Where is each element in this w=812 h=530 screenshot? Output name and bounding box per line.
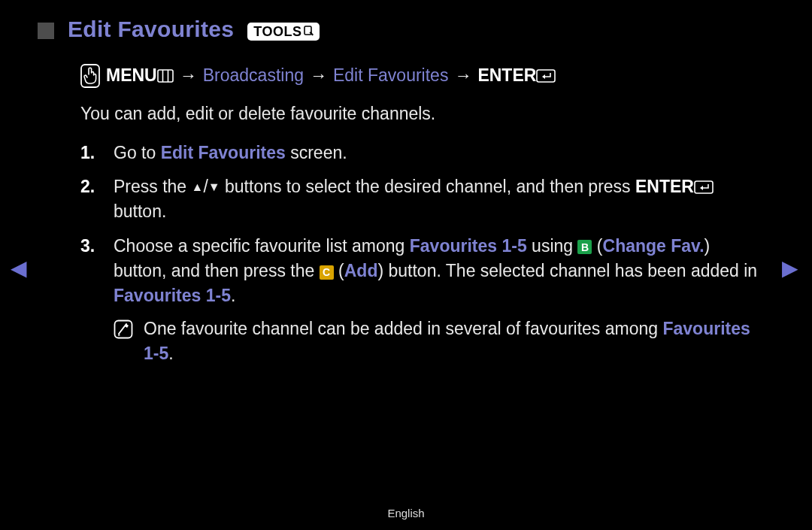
- step-text: Choose a specific favourite list among: [114, 236, 410, 256]
- prev-page-button[interactable]: ◀: [11, 256, 27, 280]
- arrow-icon: →: [310, 63, 327, 88]
- note-text: One favourite channel can be added in se…: [144, 316, 759, 367]
- svg-rect-6: [695, 181, 713, 193]
- menu-label: MENU: [106, 65, 157, 85]
- step-highlight: Change Fav.: [603, 236, 704, 256]
- enter-label: ENTER: [635, 177, 694, 196]
- step-highlight: Favourites 1-5: [114, 286, 231, 305]
- down-icon: ▼: [208, 180, 220, 193]
- svg-rect-7: [115, 320, 132, 338]
- step-text: button, and then press the: [114, 261, 320, 280]
- breadcrumb-segment: Edit Favourites: [333, 63, 448, 88]
- step-item: Choose a specific favourite list among F…: [80, 234, 759, 367]
- arrow-icon: →: [180, 63, 197, 88]
- breadcrumb-segment: Broadcasting: [203, 63, 304, 88]
- page-title: Edit Favourites: [68, 17, 234, 42]
- step-highlight: Add: [344, 261, 378, 280]
- step-text: button.: [114, 201, 166, 221]
- step-text: using: [527, 236, 578, 256]
- enter-icon: [694, 180, 714, 194]
- svg-rect-5: [537, 70, 555, 82]
- arrow-icon: →: [454, 63, 471, 88]
- enter-icon: [536, 69, 556, 83]
- menu-icon: [157, 69, 174, 83]
- up-icon: ▲: [192, 180, 204, 193]
- enter-label: ENTER: [477, 65, 536, 85]
- note-icon: [114, 320, 133, 339]
- key-c-icon: C: [320, 265, 334, 280]
- section-bullet: [38, 23, 54, 39]
- step-text: button. The selected channel has been ad…: [383, 261, 757, 280]
- step-item: Press the ▲/▼ buttons to select the desi…: [80, 174, 759, 225]
- next-page-button[interactable]: ▶: [782, 256, 798, 280]
- step-text: Go to: [114, 143, 161, 162]
- step-text: buttons to select the desired channel, a…: [220, 177, 635, 196]
- tools-label: TOOLS: [253, 24, 301, 40]
- tools-badge: TOOLS: [247, 23, 320, 41]
- note: One favourite channel can be added in se…: [114, 316, 759, 367]
- intro-text: You can add, edit or delete favourite ch…: [80, 101, 759, 126]
- step-text: .: [231, 286, 235, 305]
- note-segment: One favourite channel can be added in se…: [144, 319, 662, 338]
- step-highlight: Edit Favourites: [161, 143, 286, 162]
- step-item: Go to Edit Favourites screen.: [80, 141, 759, 165]
- step-text: screen.: [286, 143, 347, 162]
- note-segment: .: [168, 344, 173, 363]
- hand-icon: [80, 64, 100, 88]
- step-highlight: Favourites 1-5: [410, 236, 527, 256]
- tools-icon: [304, 26, 314, 38]
- step-text: Press the: [114, 177, 192, 196]
- svg-rect-2: [158, 70, 173, 82]
- key-b-icon: B: [577, 240, 592, 254]
- breadcrumb: MENU → Broadcasting → Edit Favourites → …: [80, 63, 759, 88]
- language-label: English: [0, 507, 812, 519]
